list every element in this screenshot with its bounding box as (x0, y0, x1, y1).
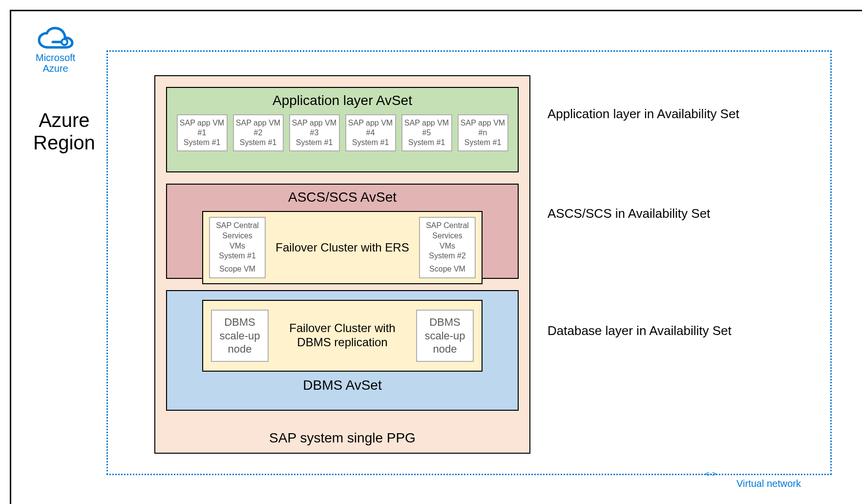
svg-point-1 (62, 39, 67, 45)
azure-logo-text: MicrosoftAzure (36, 52, 75, 74)
sap-central-services-vm-right: SAP CentralServices VMsSystem #2Scope VM (419, 217, 476, 278)
virtual-network-boundary: <···> Virtual network Application layer … (106, 50, 832, 475)
dbms-avset-title: DBMS AvSet (167, 372, 518, 398)
side-label-app: Application layer in Availability Set (547, 106, 739, 122)
ascs-avset-title: ASCS/SCS AvSet (167, 185, 518, 211)
azure-region-label: Azure Region (33, 109, 95, 154)
ascs-failover-cluster: SAP CentralServices VMsSystem #1Scope VM… (202, 211, 483, 284)
sap-app-vm: SAP app VM#4System #1 (345, 114, 396, 151)
diagram-frame: MicrosoftAzure Azure Region <···> Virtua… (10, 10, 862, 504)
sap-app-vm: SAP app VM#nSystem #1 (458, 114, 508, 151)
sap-central-services-vm-left: SAP CentralServices VMsSystem #1Scope VM (209, 217, 266, 278)
azure-cloud-icon (36, 26, 75, 51)
sap-app-vm: SAP app VM#3System #1 (289, 114, 340, 151)
azure-logo: MicrosoftAzure (36, 26, 75, 74)
ppg-title: SAP system single PPG (155, 430, 529, 446)
sap-app-vm: SAP app VM#1System #1 (177, 114, 228, 151)
sap-app-vm: SAP app VM#2System #1 (233, 114, 284, 151)
app-vm-row: SAP app VM#1System #1 SAP app VM#2System… (167, 114, 518, 151)
dbms-node-right: DBMSscale-upnode (416, 310, 474, 362)
vnet-icon: <···> (705, 470, 715, 479)
ascs-cluster-label: Failover Cluster with ERS (266, 241, 419, 255)
application-avset-title: Application layer AvSet (167, 88, 518, 114)
ppg-container: Application layer AvSet SAP app VM#1Syst… (154, 75, 530, 454)
dbms-avset: DBMSscale-upnode Failover Cluster withDB… (166, 290, 519, 411)
side-label-dbms: Database layer in Availability Set (547, 323, 732, 338)
dbms-cluster-label: Failover Cluster withDBMS replication (269, 321, 416, 350)
application-avset: Application layer AvSet SAP app VM#1Syst… (166, 87, 519, 172)
dbms-node-left: DBMSscale-upnode (211, 310, 269, 362)
dbms-failover-cluster: DBMSscale-upnode Failover Cluster withDB… (202, 300, 483, 372)
ascs-avset: ASCS/SCS AvSet SAP CentralServices VMsSy… (166, 184, 519, 279)
sap-app-vm: SAP app VM#5System #1 (401, 114, 452, 151)
side-label-ascs: ASCS/SCS in Availability Set (547, 206, 710, 221)
virtual-network-label: Virtual network (736, 478, 801, 489)
